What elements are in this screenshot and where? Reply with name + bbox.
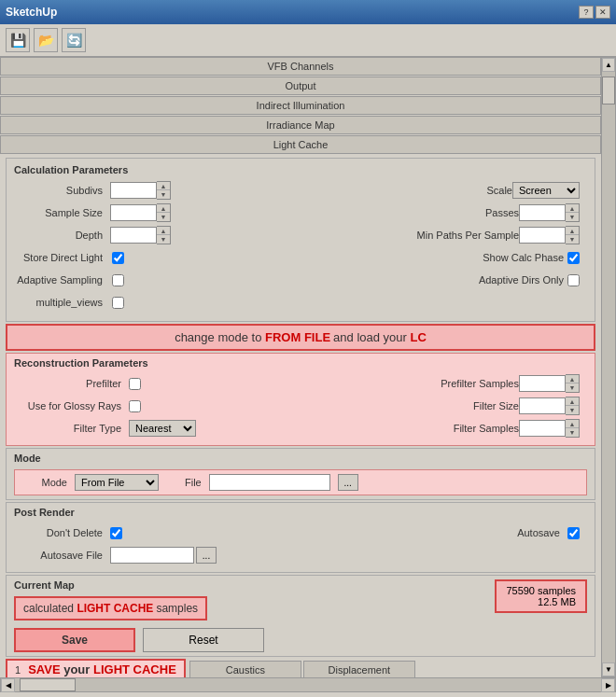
scale-select[interactable]: Screen World: [512, 182, 580, 199]
main-content: VFB Channels Output Indirect Illuminatio…: [0, 57, 601, 677]
filter-size-up[interactable]: ▲: [566, 397, 579, 406]
store-direct-checkbox[interactable]: [112, 252, 124, 264]
section-vfb-channels[interactable]: VFB Channels: [0, 57, 601, 76]
samples-size: 12.5 MB: [506, 596, 576, 607]
min-paths-row: Min Paths Per Sample 16 ▲ ▼: [301, 226, 587, 244]
annotation-text1: calculated: [23, 602, 77, 615]
sample-size-label: Sample Size: [14, 207, 103, 218]
prefilter-checkbox[interactable]: [129, 378, 141, 390]
file-label: File: [185, 477, 202, 488]
save-button[interactable]: Save: [14, 628, 135, 652]
dont-delete-label: Don't Delete: [14, 527, 103, 538]
toolbar: 💾 📂 🔄: [0, 24, 616, 57]
scroll-left-button[interactable]: ◀: [1, 678, 15, 692]
depth-down[interactable]: ▼: [157, 235, 170, 244]
filter-size-label: Filter Size: [416, 400, 519, 411]
title-bar: SketchUp ? ✕: [0, 0, 616, 24]
horizontal-scrollbar[interactable]: ◀ ▶: [0, 677, 616, 692]
section-indirect-illumination[interactable]: Indirect Illumination: [0, 96, 601, 115]
passes-down[interactable]: ▼: [566, 213, 579, 221]
filter-size-input[interactable]: 0.06: [519, 397, 566, 414]
passes-up[interactable]: ▲: [566, 204, 579, 213]
mode-select[interactable]: Single Frame Fly-through From File Progr…: [75, 474, 159, 491]
scroll-down-button[interactable]: ▼: [602, 662, 615, 676]
page-num: 1: [15, 664, 21, 676]
tab-displacement[interactable]: Displacement: [303, 661, 415, 678]
min-paths-spinner: 16 ▲ ▼: [519, 226, 580, 244]
help-button[interactable]: ?: [579, 6, 594, 19]
prefilter-samples-input[interactable]: 10: [519, 375, 566, 392]
passes-input[interactable]: 8: [519, 204, 566, 221]
depth-spinner: 100 ▲ ▼: [110, 226, 171, 244]
use-glossy-checkbox[interactable]: [129, 400, 141, 412]
title-bar-buttons: ? ✕: [579, 6, 610, 19]
calc-params-panel: Calculation Parameters Subdivs 800 ▲: [6, 158, 595, 322]
filter-samples-down[interactable]: ▼: [566, 428, 579, 437]
file-input[interactable]: tion/animation/lc.vrlmap: [209, 474, 330, 491]
refresh-icon[interactable]: 🔄: [62, 28, 86, 52]
sample-size-row: Sample Size 0.005 ▲ ▼: [14, 203, 301, 222]
sample-size-input[interactable]: 0.005: [110, 204, 157, 221]
subdivs-input[interactable]: 800: [110, 182, 157, 199]
autosave-browse-button[interactable]: ...: [196, 547, 217, 564]
section-irradiance-map[interactable]: Irradiance Map: [0, 116, 601, 134]
min-paths-down[interactable]: ▼: [566, 235, 579, 244]
show-calc-checkbox[interactable]: [567, 252, 580, 264]
filter-samples-input[interactable]: 5: [519, 420, 566, 437]
current-map-title: Current Map: [14, 579, 207, 591]
sample-size-up[interactable]: ▲: [157, 204, 170, 213]
autosave-file-input[interactable]: [110, 547, 194, 564]
hscroll-thumb[interactable]: [20, 678, 76, 691]
adaptive-sampling-checkbox[interactable]: [112, 274, 124, 286]
open-icon[interactable]: 📂: [34, 28, 58, 52]
annotation-text2: samples: [156, 602, 198, 615]
app-window: SketchUp ? ✕ 💾 📂 🔄 VFB Channels Output I…: [0, 0, 616, 697]
dont-delete-row: Don't Delete: [14, 523, 301, 542]
prefilter-samples-up[interactable]: ▲: [566, 375, 579, 383]
prefilter-samples-down[interactable]: ▼: [566, 383, 579, 392]
file-browse-button[interactable]: ...: [338, 474, 358, 491]
filter-samples-up[interactable]: ▲: [566, 420, 579, 428]
multiple-views-row: multiple_views: [14, 293, 301, 312]
vertical-scrollbar[interactable]: ▲ ▼: [601, 57, 616, 677]
filter-type-select[interactable]: Nearest Fixed Nearest(world): [129, 420, 196, 437]
autosave-label: Autosave: [485, 527, 560, 538]
scroll-up-button[interactable]: ▲: [602, 58, 615, 72]
prefilter-samples-spinner: 10 ▲ ▼: [519, 374, 580, 393]
banner-text-1: change mode to: [175, 330, 265, 344]
sample-size-down[interactable]: ▼: [157, 213, 170, 221]
filter-samples-label: Filter Samples: [416, 423, 519, 434]
post-render-panel: Post Render Don't Delete Autosave File .…: [6, 502, 595, 573]
section-light-cache[interactable]: Light Cache: [0, 135, 601, 154]
subdivs-label: Subdivs: [14, 185, 103, 196]
adaptive-dirs-checkbox[interactable]: [567, 274, 580, 286]
depth-input[interactable]: 100: [110, 227, 157, 244]
tab-caustics[interactable]: Caustics: [189, 661, 301, 678]
autosave-checkbox[interactable]: [567, 527, 580, 539]
dont-delete-checkbox[interactable]: [110, 527, 122, 539]
reset-button[interactable]: Reset: [143, 628, 264, 652]
right-params: Scale Screen World Passes 8: [301, 181, 587, 315]
min-paths-up[interactable]: ▲: [566, 227, 579, 235]
filter-size-down[interactable]: ▼: [566, 406, 579, 414]
save-text: SAVE: [28, 662, 60, 676]
banner-from-file: FROM FILE: [265, 330, 330, 344]
banner-lc: LC: [411, 330, 427, 344]
min-paths-input[interactable]: 16: [519, 227, 566, 244]
autosave-file-row: Autosave File ...: [14, 546, 301, 565]
prefilter-samples-label: Prefilter Samples: [416, 378, 519, 389]
subdivs-down[interactable]: ▼: [157, 190, 170, 199]
mode-title: Mode: [14, 453, 587, 464]
save-icon[interactable]: 💾: [6, 28, 30, 52]
scroll-thumb[interactable]: [602, 77, 615, 105]
current-map-buttons: Save Reset: [14, 628, 587, 652]
close-button[interactable]: ✕: [595, 6, 610, 19]
section-output[interactable]: Output: [0, 77, 601, 95]
show-calc-row: Show Calc Phase: [301, 248, 587, 267]
scroll-right-button[interactable]: ▶: [601, 678, 615, 692]
filter-samples-spinner: 5 ▲ ▼: [519, 419, 580, 438]
multiple-views-checkbox[interactable]: [112, 297, 124, 309]
depth-up[interactable]: ▲: [157, 227, 170, 235]
subdivs-up[interactable]: ▲: [157, 182, 170, 190]
show-calc-label: Show Calc Phase: [461, 252, 564, 263]
